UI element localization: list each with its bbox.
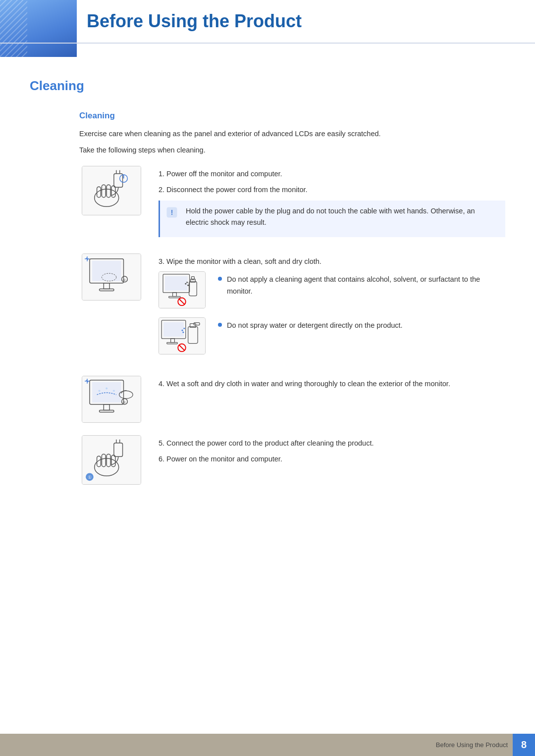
bullet1-text: Do not apply a cleaning agent that conta… xyxy=(227,274,505,297)
svg-text:①: ① xyxy=(88,475,92,480)
page-title-area: Before Using the Product xyxy=(0,0,535,44)
step6-line: 6. Power on the monitor and computer. xyxy=(159,454,505,465)
step-row-4: ① 4. Wet a soft and dry cloth in water a… xyxy=(79,376,505,423)
page-footer: Before Using the Product 8 xyxy=(0,734,535,756)
svg-point-49 xyxy=(182,332,184,333)
svg-text:!: ! xyxy=(171,208,173,216)
bullet2-text: Do not spray water or detergent directly… xyxy=(227,320,403,331)
step3-line: 3. Wipe the monitor with a clean, soft a… xyxy=(159,256,505,267)
step-row-1: 1. Power off the monitor and computer. 2… xyxy=(79,166,505,241)
svg-point-62 xyxy=(99,390,101,392)
bullet-row-1: Do not apply a cleaning agent that conta… xyxy=(159,271,505,310)
step1-line2: 2. Disconnect the power cord from the mo… xyxy=(159,184,505,196)
footer-page-number: 8 xyxy=(513,734,535,756)
bullet-item-2: Do not spray water or detergent directly… xyxy=(218,320,505,331)
svg-point-64 xyxy=(113,390,115,392)
intro-text-1: Exercise care when cleaning as the panel… xyxy=(79,128,505,140)
step5-line: 5. Connect the power cord to the product… xyxy=(159,438,505,449)
step4-image: ① xyxy=(79,376,144,423)
bullet-row-2: Do not spray water or detergent directly… xyxy=(159,317,505,356)
svg-rect-41 xyxy=(163,322,184,337)
svg-text:①: ① xyxy=(123,401,126,404)
svg-text:①: ① xyxy=(123,278,126,282)
section-heading: Cleaning xyxy=(30,78,505,96)
bullet-dot-1 xyxy=(218,277,222,281)
svg-rect-54 xyxy=(92,382,121,403)
bullet1-image xyxy=(159,271,208,310)
svg-point-34 xyxy=(185,283,186,285)
step-row-56: ① 5. Connect the power cord to the produ… xyxy=(79,435,505,485)
warning-box-1: ! Hold the power cable by the plug and d… xyxy=(159,201,505,237)
warning-text-1: Hold the power cable by the plug and do … xyxy=(186,205,499,228)
svg-rect-28 xyxy=(165,276,188,291)
step1-text: 1. Power off the monitor and computer. 2… xyxy=(159,166,505,241)
svg-point-48 xyxy=(182,330,183,331)
main-content: Cleaning Cleaning Exercise care when cle… xyxy=(0,63,535,527)
page-title: Before Using the Product xyxy=(87,11,505,32)
step-row-3: ① 3. Wipe the monitor with a clean, soft… xyxy=(79,253,505,363)
step56-image: ① xyxy=(79,435,144,485)
bullet2-image xyxy=(159,317,208,356)
svg-point-47 xyxy=(183,328,185,329)
svg-point-36 xyxy=(187,285,189,286)
bullet1-text-area: Do not apply a cleaning agent that conta… xyxy=(218,271,505,301)
step4-text: 4. Wet a soft and dry cloth in water and… xyxy=(159,376,505,394)
step1-image xyxy=(79,166,144,215)
bullet-dot-2 xyxy=(218,323,222,327)
intro-text-2: Take the following steps when cleaning. xyxy=(79,145,505,156)
page-header: Before Using the Product xyxy=(0,0,535,58)
bullet2-text-area: Do not spray water or detergent directly… xyxy=(218,317,505,335)
step56-text: 5. Connect the power cord to the product… xyxy=(159,435,505,468)
svg-rect-17 xyxy=(92,261,121,281)
sub-heading: Cleaning xyxy=(79,111,505,121)
bullet-item-1: Do not apply a cleaning agent that conta… xyxy=(218,274,505,297)
step4-line: 4. Wet a soft and dry cloth in water and… xyxy=(159,378,505,390)
svg-point-35 xyxy=(186,282,188,283)
steps-container: 1. Power off the monitor and computer. 2… xyxy=(79,166,505,485)
warning-icon: ! xyxy=(166,206,181,220)
step3-image: ① xyxy=(79,253,144,301)
svg-point-63 xyxy=(106,388,107,390)
step3-text: 3. Wipe the monitor with a clean, soft a… xyxy=(159,253,505,363)
step1-line1: 1. Power off the monitor and computer. xyxy=(159,168,505,180)
footer-text: Before Using the Product xyxy=(436,741,513,749)
